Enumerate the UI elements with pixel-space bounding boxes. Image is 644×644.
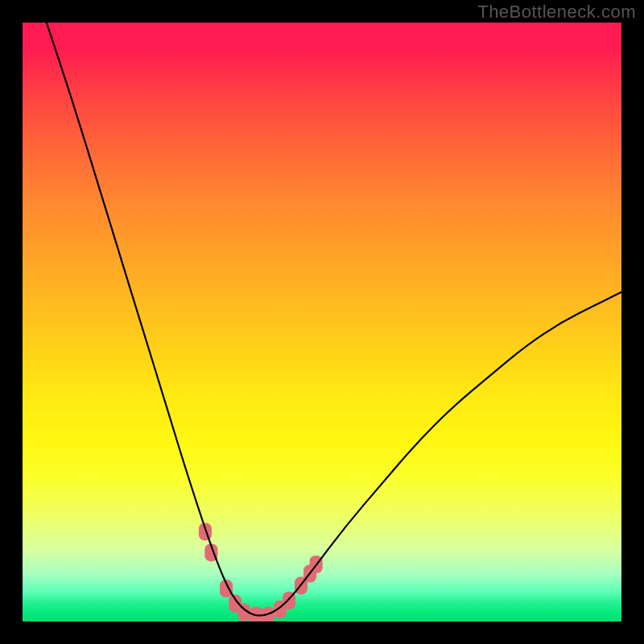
trough-marker bbox=[199, 522, 212, 540]
chart-frame: TheBottleneck.com bbox=[0, 0, 644, 644]
marker-group bbox=[199, 522, 323, 621]
curve-layer bbox=[23, 23, 621, 621]
bottleneck-curve bbox=[47, 23, 621, 616]
plot-area bbox=[23, 23, 621, 621]
watermark-text: TheBottleneck.com bbox=[477, 2, 636, 23]
